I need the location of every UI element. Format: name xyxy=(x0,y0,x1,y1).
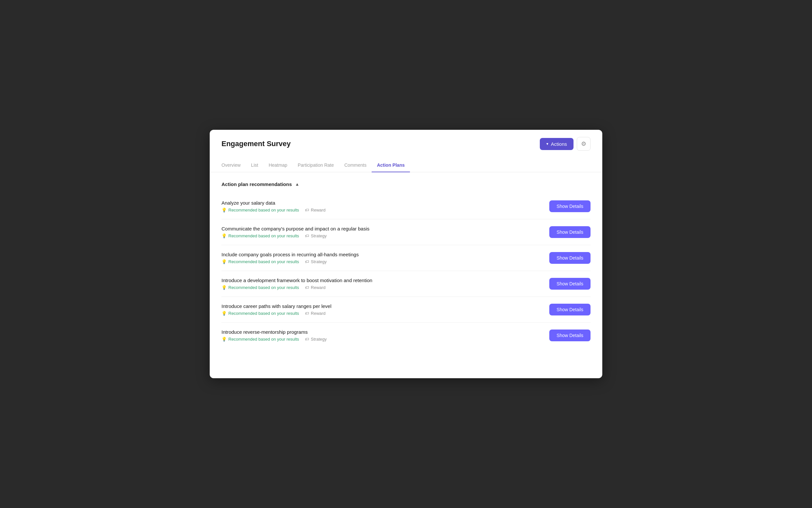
section-title: Action plan recommendations xyxy=(222,181,292,187)
show-details-button[interactable]: Show Details xyxy=(549,226,590,238)
tab-participation-rate[interactable]: Participation Rate xyxy=(293,160,339,172)
action-meta: 💡 Recommended based on your results 🏷 St… xyxy=(222,234,541,238)
action-item: Introduce reverse-mentorship programs 💡 … xyxy=(222,323,590,348)
tag-label: 🏷 Reward xyxy=(305,208,325,212)
action-title: Include company goals process in recurri… xyxy=(222,252,541,257)
action-left: Introduce reverse-mentorship programs 💡 … xyxy=(222,329,541,342)
header: Engagement Survey ▾ Actions ⚙ xyxy=(210,130,602,151)
action-meta: 💡 Recommended based on your results 🏷 Re… xyxy=(222,208,541,212)
tag-icon: 🏷 xyxy=(305,259,309,264)
tag-label: 🏷 Reward xyxy=(305,311,325,316)
tag-icon: 🏷 xyxy=(305,311,309,316)
tag-label: 🏷 Reward xyxy=(305,285,325,290)
header-actions: ▾ Actions ⚙ xyxy=(540,137,590,151)
action-items-list: Analyze your salary data 💡 Recommended b… xyxy=(222,194,590,348)
show-details-button[interactable]: Show Details xyxy=(549,252,590,264)
action-item: Include company goals process in recurri… xyxy=(222,245,590,271)
show-details-button[interactable]: Show Details xyxy=(549,304,590,315)
bulb-icon: 💡 xyxy=(222,285,227,290)
show-details-button[interactable]: Show Details xyxy=(549,200,590,212)
tab-bar: Overview List Heatmap Participation Rate… xyxy=(210,154,602,172)
collapse-icon: ▲ xyxy=(295,182,299,187)
page-title: Engagement Survey xyxy=(222,139,291,148)
recommended-label: 💡 Recommended based on your results xyxy=(222,285,299,290)
tag-icon: 🏷 xyxy=(305,285,309,290)
tag-icon: 🏷 xyxy=(305,234,309,238)
show-details-button[interactable]: Show Details xyxy=(549,330,590,341)
show-details-button[interactable]: Show Details xyxy=(549,278,590,290)
action-meta: 💡 Recommended based on your results 🏷 Re… xyxy=(222,285,541,290)
bulb-icon: 💡 xyxy=(222,337,227,342)
action-left: Introduce a development framework to boo… xyxy=(222,278,541,290)
action-title: Analyze your salary data xyxy=(222,200,541,206)
bulb-icon: 💡 xyxy=(222,208,227,212)
action-item: Analyze your salary data 💡 Recommended b… xyxy=(222,194,590,219)
tab-list[interactable]: List xyxy=(246,160,263,172)
action-left: Analyze your salary data 💡 Recommended b… xyxy=(222,200,541,212)
recommended-label: 💡 Recommended based on your results xyxy=(222,311,299,316)
recommended-label: 💡 Recommended based on your results xyxy=(222,337,299,342)
bulb-icon: 💡 xyxy=(222,259,227,264)
tab-overview[interactable]: Overview xyxy=(222,160,246,172)
tab-heatmap[interactable]: Heatmap xyxy=(263,160,293,172)
action-title: Introduce a development framework to boo… xyxy=(222,278,541,283)
action-left: Include company goals process in recurri… xyxy=(222,252,541,264)
action-meta: 💡 Recommended based on your results 🏷 St… xyxy=(222,259,541,264)
action-meta: 💡 Recommended based on your results 🏷 St… xyxy=(222,337,541,342)
tag-icon: 🏷 xyxy=(305,208,309,212)
action-title: Communicate the company's purpose and im… xyxy=(222,226,541,231)
bulb-icon: 💡 xyxy=(222,311,227,316)
action-item: Introduce a development framework to boo… xyxy=(222,271,590,297)
action-left: Introduce career paths with salary range… xyxy=(222,303,541,316)
section-header[interactable]: Action plan recommendations ▲ xyxy=(222,181,590,187)
actions-button[interactable]: ▾ Actions xyxy=(540,138,574,150)
chevron-down-icon: ▾ xyxy=(546,141,548,146)
tag-label: 🏷 Strategy xyxy=(305,234,326,238)
recommended-label: 💡 Recommended based on your results xyxy=(222,234,299,238)
action-title: Introduce reverse-mentorship programs xyxy=(222,329,541,335)
tag-label: 🏷 Strategy xyxy=(305,337,326,342)
recommended-label: 💡 Recommended based on your results xyxy=(222,208,299,212)
content-area: Action plan recommendations ▲ Analyze yo… xyxy=(210,172,602,360)
action-title: Introduce career paths with salary range… xyxy=(222,303,541,309)
bulb-icon: 💡 xyxy=(222,234,227,238)
settings-button[interactable]: ⚙ xyxy=(577,137,590,151)
recommended-label: 💡 Recommended based on your results xyxy=(222,259,299,264)
tab-action-plans[interactable]: Action Plans xyxy=(372,160,410,172)
action-meta: 💡 Recommended based on your results 🏷 Re… xyxy=(222,311,541,316)
tag-label: 🏷 Strategy xyxy=(305,259,326,264)
action-item: Communicate the company's purpose and im… xyxy=(222,219,590,245)
main-window: Engagement Survey ▾ Actions ⚙ Overview L… xyxy=(210,130,602,378)
action-item: Introduce career paths with salary range… xyxy=(222,297,590,323)
tab-comments[interactable]: Comments xyxy=(339,160,372,172)
action-left: Communicate the company's purpose and im… xyxy=(222,226,541,238)
gear-icon: ⚙ xyxy=(581,140,586,147)
tag-icon: 🏷 xyxy=(305,337,309,342)
